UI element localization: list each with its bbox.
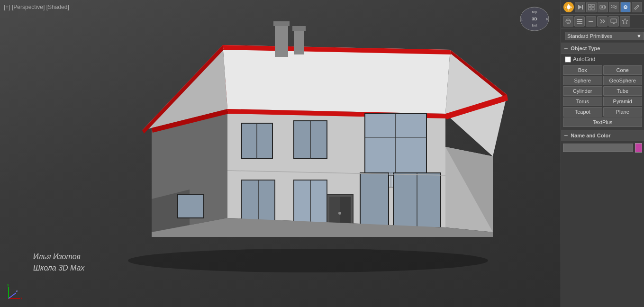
dropdown-container: Standard Primitives ▼ — [561, 28, 644, 43]
list-icon[interactable] — [574, 16, 585, 27]
svg-text:R: R — [546, 17, 549, 21]
motion-icon[interactable] — [597, 16, 608, 27]
collapse-name-color-icon[interactable]: − — [564, 132, 568, 139]
svg-rect-75 — [592, 8, 594, 10]
name-color-section: − Name and Color — [561, 130, 644, 154]
sphere-button[interactable]: Sphere — [563, 76, 602, 85]
dropdown-arrow-icon: ▼ — [636, 33, 642, 39]
teapot-button[interactable]: Teapot — [563, 107, 602, 117]
standard-primitives-dropdown[interactable]: Standard Primitives ▼ — [565, 32, 644, 40]
camera-icon[interactable] — [598, 2, 608, 12]
svg-text:z: z — [16, 289, 18, 292]
svg-point-49 — [338, 212, 341, 215]
geosphere-button[interactable]: GeoSphere — [603, 76, 643, 85]
name-color-header: − Name and Color — [561, 130, 644, 141]
box-button[interactable]: Box — [563, 65, 602, 75]
house-model — [95, 14, 521, 294]
collapse-object-type-icon[interactable]: − — [564, 45, 568, 52]
svg-rect-38 — [178, 194, 204, 218]
minus-icon[interactable] — [586, 16, 596, 27]
torus-button[interactable]: Torus — [563, 97, 602, 106]
svg-rect-17 — [273, 21, 290, 26]
textplus-button[interactable]: TextPlus — [563, 117, 642, 127]
svg-rect-71 — [582, 5, 583, 9]
svg-rect-74 — [589, 8, 591, 10]
display-icon[interactable] — [608, 16, 619, 27]
svg-line-61 — [9, 293, 16, 298]
toolbar-top — [561, 0, 644, 15]
watermark-line1: Илья Изотов — [33, 251, 84, 262]
svg-rect-18 — [294, 28, 304, 54]
settings-icon[interactable] — [620, 2, 631, 12]
toolbar-second — [561, 15, 644, 28]
grid-icon[interactable] — [586, 2, 597, 12]
right-panel: Standard Primitives ▼ − Object Type Auto… — [561, 0, 644, 307]
svg-line-81 — [638, 5, 639, 6]
svg-point-0 — [128, 249, 488, 272]
svg-rect-87 — [589, 21, 593, 22]
autogrid-label: AutoGrid — [573, 56, 595, 63]
name-color-input-row — [561, 141, 644, 154]
svg-text:bot: bot — [532, 23, 537, 27]
tube-button[interactable]: Tube — [603, 86, 643, 96]
dropdown-label: Standard Primitives — [567, 33, 612, 39]
svg-point-83 — [566, 20, 571, 22]
sphere-icon[interactable] — [563, 16, 573, 27]
svg-rect-84 — [577, 19, 582, 20]
watermark: Илья Изотов Школа 3D Max — [33, 251, 84, 274]
color-swatch[interactable] — [635, 143, 642, 153]
object-buttons-grid: Box Cone Sphere GeoSphere Cylinder Tube … — [561, 64, 644, 128]
object-type-header: − Object Type — [561, 43, 644, 54]
svg-point-78 — [601, 6, 603, 8]
svg-rect-43 — [360, 173, 389, 227]
svg-marker-77 — [605, 6, 606, 9]
svg-text:y: y — [8, 283, 9, 287]
viewport-label: [+] [Perspective] [Shaded] — [4, 4, 69, 10]
svg-rect-73 — [592, 4, 594, 7]
utilities-icon[interactable] — [620, 16, 630, 27]
svg-rect-72 — [589, 4, 591, 7]
svg-text:x: x — [21, 297, 23, 300]
waves-icon[interactable] — [609, 2, 619, 12]
svg-point-80 — [625, 7, 626, 8]
svg-rect-88 — [611, 19, 617, 23]
viewport: [+] [Perspective] [Shaded] — [0, 0, 561, 307]
cylinder-button[interactable]: Cylinder — [563, 86, 602, 96]
svg-text:L: L — [521, 17, 523, 21]
autogrid-row: AutoGrid — [561, 54, 644, 64]
svg-marker-70 — [578, 5, 582, 9]
svg-rect-85 — [577, 21, 582, 22]
svg-point-82 — [566, 19, 571, 24]
svg-marker-8 — [223, 45, 450, 114]
pyramid-button[interactable]: Pyramid — [603, 97, 643, 106]
sun-icon[interactable] — [563, 2, 574, 12]
object-type-title: Object Type — [571, 45, 600, 51]
plane-button[interactable]: Plane — [603, 107, 643, 117]
navigation-helper: top bot L R 3D — [518, 5, 551, 33]
name-color-title: Name and Color — [571, 133, 610, 138]
autogrid-checkbox[interactable] — [565, 56, 571, 63]
svg-text:top: top — [532, 10, 537, 14]
svg-rect-48 — [340, 197, 351, 227]
coordinate-axes: x y z — [5, 283, 24, 302]
render-icon[interactable] — [575, 2, 585, 12]
svg-rect-16 — [275, 24, 288, 57]
watermark-line2: Школа 3D Max — [33, 262, 84, 274]
svg-point-65 — [567, 5, 571, 9]
cone-button[interactable]: Cone — [603, 65, 643, 75]
edit-icon[interactable] — [632, 2, 642, 12]
svg-rect-86 — [577, 23, 582, 24]
svg-text:3D: 3D — [532, 17, 537, 21]
svg-rect-19 — [292, 26, 306, 31]
name-input-field[interactable] — [563, 144, 633, 152]
